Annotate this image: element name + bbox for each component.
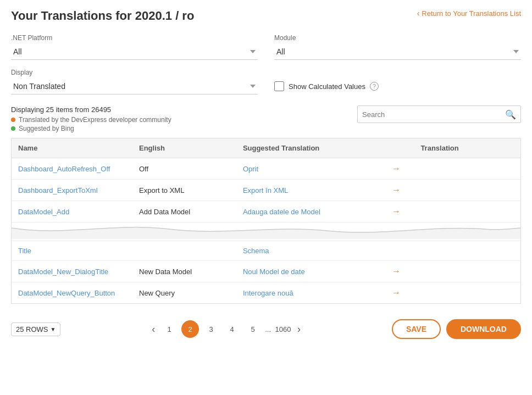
page-1-button[interactable]: 1 — [160, 320, 178, 338]
show-calculated-label: Show Calculated Values — [289, 82, 365, 91]
page-4-button[interactable]: 4 — [223, 320, 241, 338]
cell-translation[interactable] — [414, 241, 520, 261]
cell-english: Export to XML — [132, 180, 236, 201]
cell-translation[interactable] — [414, 180, 520, 201]
cell-arrow[interactable]: → — [379, 180, 414, 201]
display-select[interactable]: Non Translated — [11, 79, 258, 94]
platform-label: .NET Platform — [11, 34, 258, 42]
cell-translation[interactable] — [414, 261, 520, 282]
page-2-button[interactable]: 2 — [181, 320, 199, 338]
cell-name: DataModel_NewQuery_Button — [12, 282, 132, 304]
prev-page-button[interactable]: ‹ — [149, 324, 157, 335]
table-row: DataModel_New_DialogTitle New Data Model… — [12, 261, 520, 282]
cell-arrow[interactable]: → — [379, 282, 414, 304]
cell-name: Dashboard_AutoRefresh_Off — [12, 158, 132, 180]
legend-bing: Suggested by Bing — [11, 125, 171, 132]
cell-suggested: Schema — [236, 241, 379, 261]
pagination: ‹ 1 2 3 4 5 ... 1060 › — [149, 320, 303, 338]
cell-english: Off — [132, 158, 236, 180]
show-calculated-group: Show Calculated Values ? — [274, 81, 521, 94]
green-dot — [11, 126, 15, 131]
display-group: Display Non Translated — [11, 69, 258, 94]
search-box: 🔍 — [357, 105, 521, 123]
search-button[interactable]: 🔍 — [501, 107, 520, 122]
table-row: Dashboard_ExportToXml Export to XML Expo… — [12, 180, 520, 201]
cell-suggested: Export în XML — [236, 180, 379, 201]
cell-arrow[interactable]: → — [379, 158, 414, 180]
info-left: Displaying 25 items from 26495 Translate… — [11, 105, 171, 133]
page-5-button[interactable]: 5 — [244, 320, 262, 338]
footer: 25 ROWS ▼ ‹ 1 2 3 4 5 ... 1060 › SAVE DO… — [11, 313, 521, 346]
table-row: DataModel_Add Add Data Model Adauga date… — [12, 201, 520, 222]
rows-label: 25 ROWS — [16, 325, 48, 333]
translations-table: Name English Suggested Translation Trans… — [12, 138, 520, 303]
save-button[interactable]: SAVE — [392, 319, 441, 339]
show-calculated-checkbox[interactable] — [274, 81, 284, 91]
module-select[interactable]: All — [274, 44, 521, 60]
rows-select[interactable]: 25 ROWS ▼ — [11, 322, 60, 336]
display-label: Display — [11, 69, 258, 76]
return-link[interactable]: ‹ Return to Your Translations List — [417, 9, 521, 18]
cell-suggested: Interogare nouă — [236, 282, 379, 304]
table-row: Title Schema — [12, 241, 520, 261]
info-row: Displaying 25 items from 26495 Translate… — [11, 105, 521, 133]
table-row: Dashboard_AutoRefresh_Off Off Oprit → — [12, 158, 520, 180]
col-header-english: English — [132, 138, 236, 158]
header: Your Translations for 2020.1 / ro ‹ Retu… — [11, 9, 521, 23]
search-input[interactable] — [358, 108, 501, 121]
cell-arrow — [379, 241, 414, 261]
cell-name: DataModel_New_DialogTitle — [12, 261, 132, 282]
displaying-text: Displaying 25 items from 26495 — [11, 105, 171, 114]
platform-group: .NET Platform All — [11, 34, 258, 60]
cell-arrow[interactable]: → — [379, 261, 414, 282]
cell-suggested: Oprit — [236, 158, 379, 180]
module-group: Module All — [274, 34, 521, 60]
cell-english — [132, 241, 236, 261]
legend: Translated by the DevExpress developer c… — [11, 116, 171, 132]
col-header-translation: Translation — [414, 138, 520, 158]
col-header-name: Name — [12, 138, 132, 158]
cell-suggested: Noul Model de date — [236, 261, 379, 282]
filter-row: .NET Platform All Module All — [11, 34, 521, 60]
cell-translation[interactable] — [414, 158, 520, 180]
cell-english: New Query — [132, 282, 236, 304]
chevron-left-icon: ‹ — [417, 9, 420, 18]
wave-row — [12, 222, 520, 241]
display-row: Display Non Translated Show Calculated V… — [11, 69, 521, 94]
page-3-button[interactable]: 3 — [202, 320, 220, 338]
col-header-suggested: Suggested Translation — [236, 138, 379, 158]
cell-name: Dashboard_ExportToXml — [12, 180, 132, 201]
col-header-arrow — [379, 138, 414, 158]
page-title: Your Translations for 2020.1 / ro — [11, 9, 194, 23]
module-label: Module — [274, 34, 521, 42]
platform-select[interactable]: All — [11, 44, 258, 60]
next-page-button[interactable]: › — [295, 324, 303, 335]
table-row: DataModel_NewQuery_Button New Query Inte… — [12, 282, 520, 304]
cell-suggested: Adauga datele de Model — [236, 201, 379, 222]
cell-translation[interactable] — [414, 201, 520, 222]
cell-arrow[interactable]: → — [379, 201, 414, 222]
help-icon[interactable]: ? — [370, 82, 379, 91]
rows-dropdown-icon: ▼ — [51, 326, 56, 332]
main-page: Your Translations for 2020.1 / ro ‹ Retu… — [0, 0, 532, 354]
page-1060-button[interactable]: 1060 — [274, 320, 292, 338]
table-container: Name English Suggested Translation Trans… — [11, 138, 521, 304]
download-button[interactable]: DOWNLOAD — [446, 319, 521, 339]
cell-english: Add Data Model — [132, 201, 236, 222]
orange-dot — [11, 118, 15, 122]
cell-name: DataModel_Add — [12, 201, 132, 222]
table-header-row: Name English Suggested Translation Trans… — [12, 138, 520, 158]
cell-name: Title — [12, 241, 132, 261]
page-dots: ... — [265, 325, 271, 333]
legend-community: Translated by the DevExpress developer c… — [11, 116, 171, 124]
action-buttons: SAVE DOWNLOAD — [392, 319, 521, 339]
cell-translation[interactable] — [414, 282, 520, 304]
cell-english: New Data Model — [132, 261, 236, 282]
